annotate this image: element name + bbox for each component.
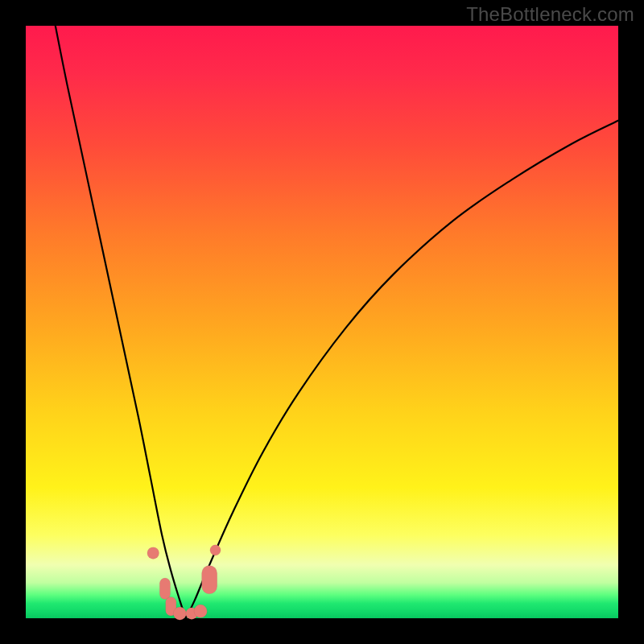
watermark-text: TheBottleneck.com (466, 3, 634, 26)
chart-frame: TheBottleneck.com (0, 0, 644, 644)
plot-gradient-area (26, 26, 618, 618)
